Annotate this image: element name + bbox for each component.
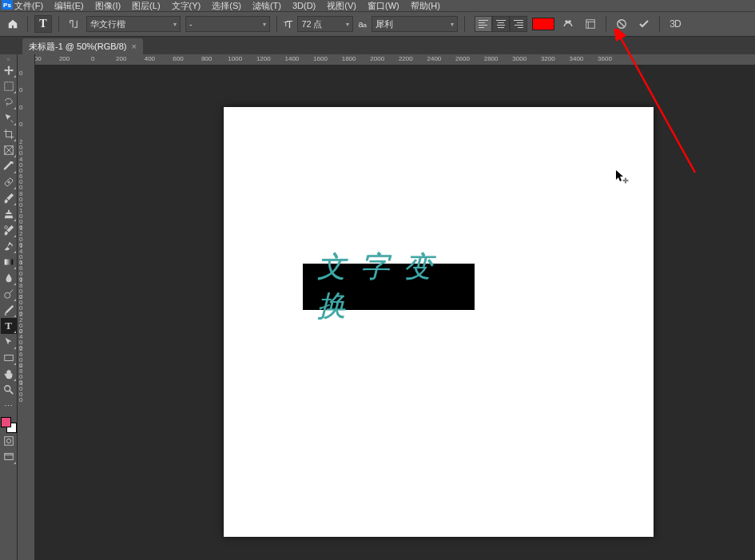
dodge-tool[interactable] <box>1 286 17 302</box>
ruler-tick-label: 0 <box>18 70 35 76</box>
commit-edit-button[interactable] <box>635 15 653 33</box>
ruler-tick-label: 800 <box>18 191 35 208</box>
brush-tool[interactable] <box>1 190 17 206</box>
svg-rect-11 <box>4 437 13 446</box>
eraser-tool[interactable] <box>1 238 17 254</box>
menu-view[interactable]: 视图(V) <box>327 0 356 12</box>
edit-toolbar-button[interactable]: ⋯ <box>1 398 17 414</box>
horizontal-ruler: 4002000200400600800100012001400160018002… <box>35 54 755 66</box>
svg-point-10 <box>4 386 10 391</box>
options-bar: T 华文行楷 ▾ - ▾ TT 72 点 ▾ aa 犀利 ▾ <box>0 11 755 37</box>
align-left-button[interactable] <box>475 16 492 32</box>
ruler-tick-label: 3600 <box>598 55 612 62</box>
svg-point-12 <box>6 439 10 443</box>
tool-preset-type[interactable]: T <box>34 15 52 33</box>
spot-healing-tool[interactable] <box>1 174 17 190</box>
align-center-button[interactable] <box>492 16 510 32</box>
toolbox: » T ⋯ <box>0 54 18 560</box>
chevron-down-icon: ▾ <box>173 21 177 28</box>
menu-edit[interactable]: 编辑(E) <box>54 0 84 12</box>
ruler-tick-label: 1000 <box>228 55 242 62</box>
menu-type[interactable]: 文字(Y) <box>172 0 201 12</box>
ruler-tick-label: 200 <box>116 55 126 62</box>
svg-point-8 <box>4 292 10 298</box>
chevron-down-icon: ▾ <box>451 21 454 28</box>
menu-bar: Ps 文件(F) 编辑(E) 图像(I) 图层(L) 文字(Y) 选择(S) 滤… <box>0 0 755 11</box>
ruler-tick-label: 2600 <box>455 55 470 62</box>
menu-select[interactable]: 选择(S) <box>212 0 241 12</box>
document-tab-bar: 未标题-1 @ 50%(RGB/8) × <box>0 37 755 54</box>
anti-alias-dropdown[interactable]: 犀利 ▾ <box>372 16 458 32</box>
menu-image[interactable]: 图像(I) <box>95 0 121 12</box>
text-layer-content: 文字变换 <box>317 248 475 326</box>
toolbox-collapse-grip[interactable]: » <box>0 56 17 62</box>
character-panel-button[interactable] <box>582 15 599 33</box>
eyedropper-tool[interactable] <box>1 158 17 174</box>
clone-stamp-tool[interactable] <box>1 206 17 222</box>
font-size-icon: TT <box>284 18 292 30</box>
document-tab[interactable]: 未标题-1 @ 50%(RGB/8) × <box>22 38 143 54</box>
foreground-color-chip[interactable] <box>1 417 11 427</box>
rectangle-shape-tool[interactable] <box>1 350 17 366</box>
text-color-swatch[interactable] <box>532 18 554 30</box>
ruler-tick-label: 3000 <box>512 55 527 62</box>
divider <box>659 16 660 32</box>
svg-rect-7 <box>4 260 13 265</box>
chevron-down-icon: ▾ <box>263 21 266 28</box>
hand-tool[interactable] <box>1 366 17 382</box>
text-layer-selection[interactable]: 文字变换 <box>303 264 475 310</box>
warp-text-button[interactable] <box>559 15 577 33</box>
vertical-ruler: 0000200400600800100012001400160018002000… <box>18 54 35 560</box>
menu-3d[interactable]: 3D(D) <box>292 1 316 10</box>
ruler-tick-label: 2200 <box>399 55 413 62</box>
font-family-dropdown[interactable]: 华文行楷 ▾ <box>86 16 181 32</box>
font-size-dropdown[interactable]: 72 点 ▾ <box>297 16 353 32</box>
cancel-edit-button[interactable] <box>613 15 630 33</box>
font-style-dropdown[interactable]: - ▾ <box>185 16 270 32</box>
path-selection-tool[interactable] <box>1 334 17 350</box>
home-button[interactable] <box>5 16 21 32</box>
ruler-tick-label: 400 <box>18 157 35 173</box>
pen-tool[interactable] <box>1 302 17 318</box>
workspace: » T ⋯ 0000200400600800100012001400160018… <box>0 54 755 560</box>
rectangular-marquee-tool[interactable] <box>1 78 17 94</box>
menu-file[interactable]: 文件(F) <box>14 0 43 12</box>
quick-selection-tool[interactable] <box>1 110 17 126</box>
menu-window[interactable]: 窗口(W) <box>368 0 399 12</box>
move-tool[interactable] <box>1 62 17 78</box>
ruler-tick-label: 400 <box>145 55 155 62</box>
ruler-tick-label: 0 <box>18 105 35 110</box>
canvas-viewport[interactable]: 文字变换 <box>35 66 755 560</box>
quick-mask-toggle[interactable] <box>1 433 17 449</box>
type-tool[interactable]: T <box>1 318 17 334</box>
document-tab-title: 未标题-1 @ 50%(RGB/8) <box>29 41 126 53</box>
crop-tool[interactable] <box>1 126 17 142</box>
font-size-unit: 点 <box>313 18 322 30</box>
close-tab-icon[interactable]: × <box>131 42 136 51</box>
color-chips[interactable] <box>1 417 17 433</box>
zoom-tool[interactable] <box>1 382 17 398</box>
menu-layer[interactable]: 图层(L) <box>132 0 160 12</box>
align-right-button[interactable] <box>510 16 527 32</box>
screen-mode-button[interactable] <box>1 449 17 465</box>
blur-tool[interactable] <box>1 270 17 286</box>
font-family-value: 华文行楷 <box>90 18 125 30</box>
menu-filter[interactable]: 滤镜(T) <box>252 0 281 12</box>
ruler-tick-label: 1800 <box>342 55 356 62</box>
lasso-tool[interactable] <box>1 94 17 110</box>
history-brush-tool[interactable] <box>1 222 17 238</box>
svg-rect-13 <box>4 454 13 460</box>
divider <box>27 16 28 32</box>
ruler-tick-label: 2000 <box>370 55 384 62</box>
menu-help[interactable]: 帮助(H) <box>411 0 440 12</box>
frame-tool[interactable] <box>1 142 17 158</box>
divider <box>464 16 465 32</box>
text-align-group <box>475 16 527 32</box>
3d-button[interactable]: 3D <box>666 15 684 33</box>
divider <box>606 16 606 32</box>
ruler-tick-label: 1400 <box>284 55 299 62</box>
gradient-tool[interactable] <box>1 254 17 270</box>
svg-point-6 <box>4 226 7 229</box>
text-orientation-toggle[interactable] <box>66 16 81 32</box>
app-logo: Ps <box>2 0 13 10</box>
